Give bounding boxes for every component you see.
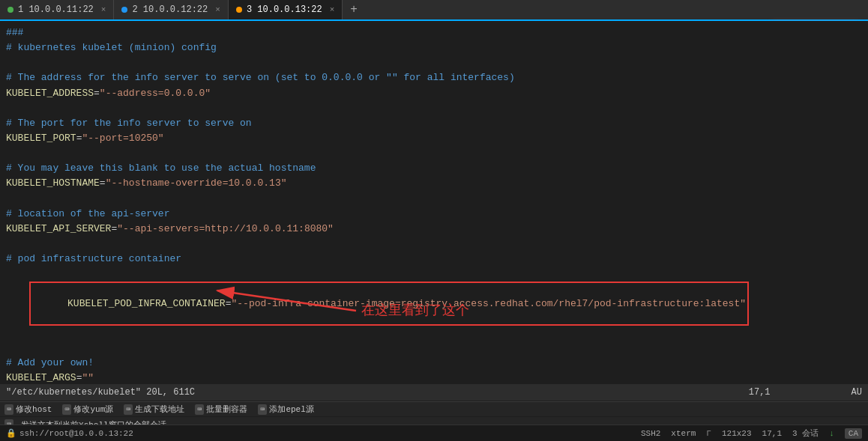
toolbar-row1: ⌨ 修改host ⌨ 修改yum源 ⌨ 生成下载地址 ⌨ 批量删容器 ⌨ 添加e… [0, 401, 868, 416]
sessions-badge: 3 会话 [792, 428, 819, 439]
line-4: # The address for the info server to ser… [6, 70, 862, 85]
connection-info: ssh://root@10.0.0.13:22 [19, 429, 133, 438]
line-5: KUBELET_ADDRESS="--address=0.0.0.0" [6, 86, 862, 101]
arrow-down-icon: ↓ [829, 429, 834, 438]
red-box-content: KUBELET_POD_INFRA_CONTAINER="--pod-infra… [29, 282, 749, 326]
tab-1[interactable]: 1 10.0.0.11:22 × [0, 0, 114, 19]
tab-add-button[interactable]: + [343, 3, 365, 16]
line-7: # The port for the info server to serve … [6, 116, 862, 131]
line-16: # pod infrastructure container [6, 252, 862, 267]
line-11: KUBELET_HOSTNAME="--hostname-override=10… [6, 176, 862, 191]
tab-3-close[interactable]: × [330, 5, 335, 14]
toolbar-label-3[interactable]: 生成下载地址 [135, 404, 184, 415]
term-badge: xterm [671, 429, 696, 438]
line-17-highlighted: KUBELET_POD_INFRA_CONTAINER="--pod-infra… [6, 267, 862, 341]
info-left: 🔒 ssh://root@10.0.0.13:22 [6, 428, 133, 438]
tab-3-dot [236, 7, 242, 13]
line-9 [6, 146, 862, 161]
lock-icon: 🔒 [6, 428, 16, 438]
tab-1-dot [7, 7, 13, 13]
info-right: SSH2 xterm Γ 121x23 17,1 3 会话 ↓ CA [641, 428, 862, 439]
line-3 [6, 55, 862, 70]
position-badge: 17,1 [762, 429, 782, 438]
toolbar-gen-download[interactable]: ⌨ 生成下载地址 [124, 404, 184, 415]
line-1: ### [6, 25, 862, 40]
tab-2[interactable]: 2 10.0.0.12:22 × [114, 0, 228, 19]
tab-3-label: 3 10.0.0.13:22 [247, 4, 322, 15]
line-12 [6, 192, 862, 207]
line-13: # location of the api-server [6, 207, 862, 222]
toolbar-icon-5: ⌨ [258, 404, 267, 415]
toolbar-batch-delete[interactable]: ⌨ 批量删容器 [195, 404, 247, 415]
line-2: # kubernetes kubelet (minion) config [6, 40, 862, 55]
line-14: KUBELET_API_SERVER="--api-servers=http:/… [6, 222, 862, 237]
ca-badge: CA [845, 428, 862, 439]
toolbar-icon-3: ⌨ [124, 404, 133, 415]
tab-3[interactable]: 3 10.0.0.13:22 × [229, 0, 343, 19]
vim-file-info: "/etc/kubernetes/kubelet" 20L, 611C [6, 387, 195, 398]
cols-rows-badge: 121x23 [722, 429, 752, 438]
line-19: # Add your own! [6, 356, 862, 371]
line-6 [6, 101, 862, 116]
toolbar-modify-host[interactable]: ⌨ 修改host [4, 404, 52, 415]
tab-2-label: 2 10.0.0.12:22 [132, 4, 208, 15]
toolbar-modify-yum[interactable]: ⌨ 修改yum源 [62, 404, 113, 415]
line-10: # You may leave this blank to use the ac… [6, 161, 862, 176]
toolbar-label-5[interactable]: 添加epel源 [269, 404, 313, 415]
toolbar-icon-2: ⌨ [62, 404, 71, 415]
info-bar: 🔒 ssh://root@10.0.0.13:22 SSH2 xterm Γ 1… [0, 425, 868, 441]
toolbar-icon-4: ⌨ [195, 404, 204, 415]
toolbar-label-1[interactable]: 修改host [16, 404, 52, 415]
ssh-badge: SSH2 [641, 429, 660, 438]
terminal-content[interactable]: ### # kubernetes kubelet (minion) config… [0, 21, 868, 388]
toolbar-label-2[interactable]: 修改yum源 [73, 404, 113, 415]
toolbar-label-4[interactable]: 批量删容器 [206, 404, 247, 415]
tab-bar: 1 10.0.0.11:22 × 2 10.0.0.12:22 × 3 10.0… [0, 0, 868, 21]
vim-status-bar: "/etc/kubernetes/kubelet" 20L, 611C 17,1… [0, 384, 868, 401]
toolbar-icon-1: ⌨ [4, 404, 13, 415]
line-15 [6, 237, 862, 252]
line-8: KUBELET_PORT="--port=10250" [6, 131, 862, 146]
vim-position: 17,1 AU [749, 387, 862, 398]
tab-1-close[interactable]: × [101, 5, 106, 14]
tab-2-close[interactable]: × [215, 5, 220, 14]
tab-1-label: 1 10.0.0.11:22 [18, 4, 94, 15]
line-18 [6, 341, 862, 356]
tab-2-dot [121, 7, 127, 13]
toolbar-add-epel[interactable]: ⌨ 添加epel源 [258, 404, 313, 415]
